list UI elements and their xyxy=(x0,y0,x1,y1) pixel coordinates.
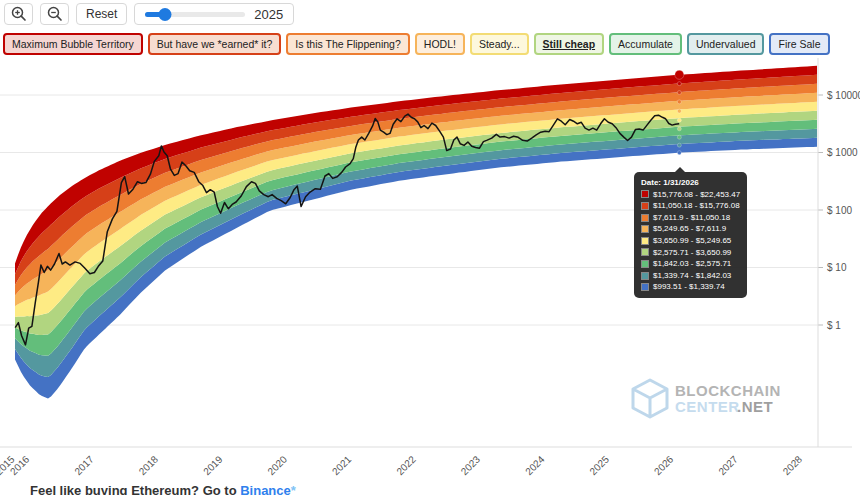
x-axis-label: 2023 xyxy=(459,453,483,477)
watermark-net: .NET xyxy=(737,398,773,415)
x-axis-label: 2025 xyxy=(588,453,612,477)
tooltip-band-range: $1,339.74 - $1,842.03 xyxy=(641,270,740,282)
band-color-swatch xyxy=(641,272,649,280)
zoom-in-button[interactable] xyxy=(4,3,33,25)
y-axis-label: $ 1000 xyxy=(827,147,858,158)
band-color-swatch xyxy=(641,202,649,210)
x-axis-label: 2021 xyxy=(330,453,354,477)
toolbar: Reset 2025 xyxy=(4,3,294,25)
band-color-swatch xyxy=(641,248,649,256)
hover-marker-dot xyxy=(677,82,681,86)
x-axis-label: 2022 xyxy=(394,453,418,477)
tooltip-band-range: $993.51 - $1,339.74 xyxy=(641,281,740,293)
tooltip-band-range: $7,611.9 - $11,050.18 xyxy=(641,212,740,224)
hover-marker-dot xyxy=(675,70,684,79)
legend-button-5[interactable]: Still cheap xyxy=(534,33,605,55)
zoom-out-button[interactable] xyxy=(40,3,69,25)
x-axis-label: 2020 xyxy=(266,453,290,477)
reset-button[interactable]: Reset xyxy=(76,3,127,25)
tooltip-band-range: $1,842.03 - $2,575.71 xyxy=(641,258,740,270)
footer-asterisk: * xyxy=(291,483,296,495)
legend-button-1[interactable]: But have we *earned* it? xyxy=(148,33,282,55)
band-color-swatch xyxy=(641,214,649,222)
x-axis-label: 2028 xyxy=(781,453,805,477)
slider-thumb[interactable] xyxy=(159,8,172,21)
legend-button-6[interactable]: Accumulate xyxy=(609,33,682,55)
band-color-swatch xyxy=(641,190,649,198)
cube-logo-icon xyxy=(633,380,667,417)
tooltip-band-range: $15,776.08 - $22,453.47 xyxy=(641,189,740,201)
band-color-swatch xyxy=(641,237,649,245)
hover-marker-dot xyxy=(677,118,681,122)
band-range-text: $15,776.08 - $22,453.47 xyxy=(653,189,740,201)
hover-marker-dot xyxy=(677,109,681,113)
legend-button-8[interactable]: Fire Sale xyxy=(769,33,829,55)
band-range-text: $11,050.18 - $15,776.08 xyxy=(653,200,740,212)
y-axis-label: $ 10 xyxy=(827,262,847,273)
hover-marker-dot xyxy=(677,151,681,155)
band-range-text: $2,575.71 - $3,650.99 xyxy=(653,247,731,259)
hover-marker-dot xyxy=(677,100,681,104)
year-slider-box: 2025 xyxy=(134,3,294,25)
footer-text: Feel like buying Ethereum? Go to xyxy=(30,483,240,495)
footer-promo: Feel like buying Ethereum? Go to Binance… xyxy=(30,483,296,495)
x-axis-label: 2017 xyxy=(72,453,96,477)
legend-button-0[interactable]: Maximum Bubble Territory xyxy=(3,33,143,55)
band-legend: Maximum Bubble TerritoryBut have we *ear… xyxy=(3,33,830,55)
band-range-text: $5,249.65 - $7,611.9 xyxy=(653,223,726,235)
x-axis-label: 2027 xyxy=(716,453,740,477)
x-axis-label: 2024 xyxy=(523,453,547,477)
band-color-swatch xyxy=(641,225,649,233)
binance-link[interactable]: Binance xyxy=(240,483,291,495)
legend-button-2[interactable]: Is this The Flippening? xyxy=(286,33,409,55)
x-axis-label: 2018 xyxy=(137,453,161,477)
hover-marker-dot xyxy=(677,127,681,131)
hover-marker-dot xyxy=(677,143,681,147)
slider-year-label: 2025 xyxy=(254,7,283,22)
legend-button-3[interactable]: HODL! xyxy=(415,33,465,55)
band-range-text: $1,339.74 - $1,842.03 xyxy=(653,270,731,282)
y-axis-label: $ 10000 xyxy=(827,90,860,101)
legend-button-7[interactable]: Undervalued xyxy=(687,33,765,55)
magnifier-plus-icon xyxy=(11,6,27,22)
y-axis-label: $ 100 xyxy=(827,205,852,216)
hover-marker-dot xyxy=(677,135,681,139)
blockchaincenter-watermark: BLOCKCHAINCENTER.NET xyxy=(633,380,781,417)
watermark-line1: BLOCKCHAIN xyxy=(675,382,781,399)
tooltip-band-range: $5,249.65 - $7,611.9 xyxy=(641,223,740,235)
x-axis-label: 2026 xyxy=(652,453,676,477)
band-range-text: $7,611.9 - $11,050.18 xyxy=(653,212,730,224)
band-color-swatch xyxy=(641,260,649,268)
y-axis-label: $ 1 xyxy=(827,320,841,331)
tooltip-date: Date: 1/31/2026 xyxy=(641,177,740,189)
tooltip-band-range: $11,050.18 - $15,776.08 xyxy=(641,200,740,212)
legend-button-4[interactable]: Steady... xyxy=(470,33,529,55)
x-axis-label: 2019 xyxy=(201,453,225,477)
tooltip-band-range: $2,575.71 - $3,650.99 xyxy=(641,247,740,259)
watermark-line2: CENTER xyxy=(675,398,740,415)
band-range-text: $3,650.99 - $5,249.65 xyxy=(653,235,731,247)
band-color-swatch xyxy=(641,283,649,291)
hover-marker-dot xyxy=(677,91,681,95)
tooltip-band-range: $3,650.99 - $5,249.65 xyxy=(641,235,740,247)
year-slider[interactable] xyxy=(145,12,245,17)
chart-tooltip: Date: 1/31/2026 $15,776.08 - $22,453.47$… xyxy=(634,172,747,298)
magnifier-minus-icon xyxy=(47,6,63,22)
band-range-text: $1,842.03 - $2,575.71 xyxy=(653,258,731,270)
band-range-text: $993.51 - $1,339.74 xyxy=(653,281,725,293)
